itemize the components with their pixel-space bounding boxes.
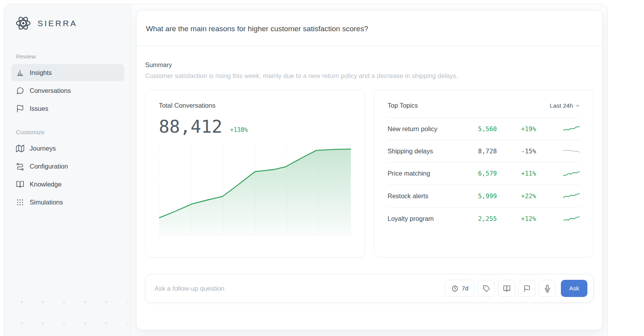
total-conversations-value: 88,412 (159, 118, 222, 135)
topic-change: +22% (497, 192, 563, 200)
topic-row-shipping-delays[interactable]: Shipping delays 8,728 -15% (388, 140, 580, 162)
topic-name: Restock alerts (388, 192, 462, 200)
knowledge-button[interactable] (498, 280, 515, 297)
content-panel: What are the main reasons for higher cus… (136, 10, 603, 330)
sierra-logo-icon (14, 14, 32, 32)
metric: 88,412 +138% (159, 118, 351, 135)
sidebar-item-conversations[interactable]: Conversations (11, 82, 124, 99)
app-frame: SIERRA Review Insights Conver (4, 4, 608, 336)
followup-question-input[interactable] (155, 285, 445, 292)
topic-change: +11% (497, 170, 563, 177)
sidebar: SIERRA Review Insights Conver (4, 4, 132, 336)
route-icon (16, 162, 24, 171)
flag-icon (16, 105, 24, 113)
time-filter-label: 7d (462, 285, 468, 292)
bar-chart-icon (16, 69, 24, 77)
mic-icon (544, 285, 551, 292)
top-topics-card: Top Topics Last 24h New return policy (374, 90, 594, 258)
flag-button[interactable] (518, 280, 535, 297)
map-icon (16, 144, 24, 153)
topic-value: 5,560 (462, 125, 497, 133)
flag-icon (523, 285, 531, 292)
summary-title: Summary (145, 62, 594, 69)
topic-sparkline (563, 215, 580, 222)
sidebar-item-knowledge-label: Knowledge (30, 181, 62, 188)
topic-sparkline (563, 125, 580, 132)
brand-name: SIERRA (37, 19, 77, 28)
sidebar-item-configuration-label: Configuration (30, 163, 68, 170)
sidebar-item-conversations-label: Conversations (30, 87, 71, 94)
sidebar-item-journeys[interactable]: Journeys (11, 140, 124, 157)
book-open-icon (16, 180, 24, 188)
summary-section: Summary Customer satisfaction is rising … (145, 62, 594, 80)
topic-change: +12% (497, 215, 563, 222)
topic-rows: New return policy 5,560 +19% Shipping de… (388, 118, 580, 230)
sidebar-item-simulations[interactable]: Simulations (11, 194, 124, 211)
topic-change: +19% (497, 125, 563, 133)
time-filter-button[interactable]: 7d (445, 280, 475, 297)
total-conversations-card: Total Conversations 88,412 +138% (145, 90, 365, 258)
mic-button[interactable] (539, 280, 556, 297)
ask-bar: 7d (145, 274, 594, 303)
total-conversations-change: +138% (230, 126, 248, 135)
content-body: Summary Customer satisfaction is rising … (137, 46, 602, 303)
topic-row-price-matching[interactable]: Price matching 6,579 +11% (388, 163, 580, 185)
review-nav: Insights Conversations Issues (11, 64, 124, 117)
topic-sparkline (563, 148, 580, 155)
topic-value: 8,728 (462, 148, 497, 155)
sidebar-item-simulations-label: Simulations (30, 199, 63, 206)
topic-sparkline (563, 170, 580, 177)
sidebar-item-configuration[interactable]: Configuration (11, 158, 124, 175)
topic-name: Loyalty program (388, 215, 462, 222)
sidebar-item-insights[interactable]: Insights (11, 64, 124, 81)
ask-actions: 7d (445, 280, 587, 297)
total-conversations-title: Total Conversations (159, 102, 351, 109)
topic-name: Price matching (388, 170, 462, 177)
topic-name: New return policy (388, 125, 462, 133)
top-topics-title: Top Topics (388, 102, 418, 109)
topic-sparkline (563, 192, 580, 199)
brand: SIERRA (11, 14, 124, 32)
main-area: What are the main reasons for higher cus… (132, 4, 607, 336)
time-range-dropdown[interactable]: Last 24h (550, 102, 580, 109)
sidebar-item-insights-label: Insights (30, 69, 52, 76)
question-header: What are the main reasons for higher cus… (137, 11, 602, 46)
nav-section-customize: Customize (16, 129, 124, 136)
topic-row-loyalty-program[interactable]: Loyalty program 2,255 +12% (388, 208, 580, 230)
topic-value: 6,579 (462, 170, 497, 177)
topic-change: -15% (497, 148, 563, 155)
sidebar-item-journeys-label: Journeys (30, 145, 56, 152)
topic-value: 5,999 (462, 192, 497, 200)
book-open-icon (503, 285, 511, 292)
tag-button[interactable] (478, 280, 495, 297)
time-range-label: Last 24h (550, 102, 573, 109)
sidebar-item-issues[interactable]: Issues (11, 100, 124, 117)
topic-row-restock-alerts[interactable]: Restock alerts 5,999 +22% (388, 185, 580, 207)
topic-name: Shipping delays (388, 148, 462, 155)
dots-grid-icon (16, 198, 24, 206)
sidebar-item-knowledge[interactable]: Knowledge (11, 176, 124, 193)
sidebar-item-issues-label: Issues (30, 105, 48, 112)
customize-nav: Journeys Configuration (11, 140, 124, 211)
total-conversations-chart (159, 144, 351, 236)
question-title: What are the main reasons for higher cus… (146, 25, 593, 33)
ask-button[interactable]: Ask (561, 280, 587, 297)
topic-row-new-return-policy[interactable]: New return policy 5,560 +19% (388, 118, 580, 140)
summary-text: Customer satisfaction is rising this wee… (145, 72, 594, 80)
cards-row: Total Conversations 88,412 +138% Top Top… (145, 90, 594, 258)
dot-grid-pattern (8, 287, 127, 336)
nav-section-review: Review (16, 53, 124, 60)
chevron-down-icon (575, 103, 580, 108)
top-topics-header: Top Topics Last 24h (388, 102, 580, 118)
topic-value: 2,255 (462, 215, 497, 222)
clock-icon (451, 285, 459, 292)
tag-icon (483, 285, 490, 292)
chat-bubble-icon (16, 87, 24, 95)
